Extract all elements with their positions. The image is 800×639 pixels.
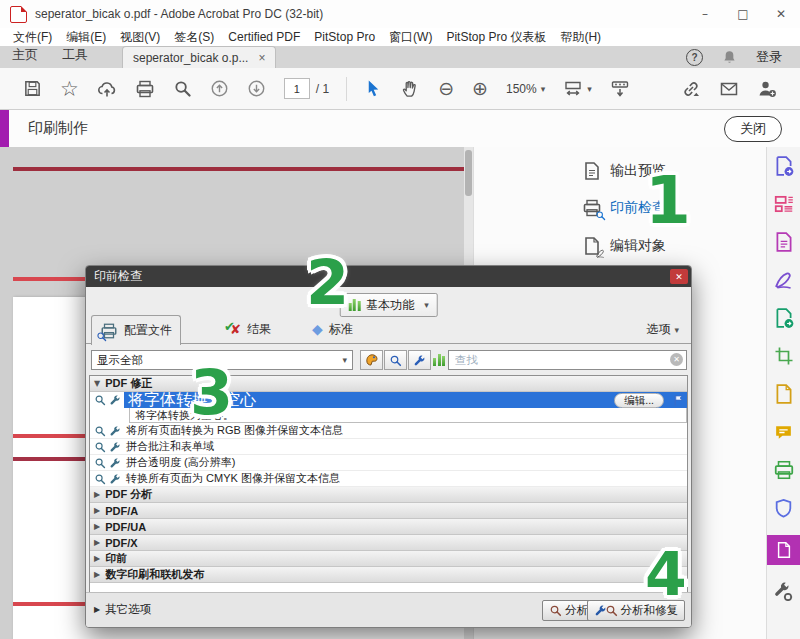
fit-width-icon[interactable]: ▾ <box>563 79 592 99</box>
minimize-icon[interactable]: – <box>686 1 724 27</box>
diamond-icon: ◆ <box>312 321 323 337</box>
menu-view[interactable]: 视图(V) <box>113 28 167 47</box>
list-item[interactable]: 转换所有页面为 CMYK 图像并保留文本信息 <box>90 471 687 487</box>
magnifier-icon <box>94 394 106 406</box>
cloud-upload-icon[interactable] <box>97 79 117 99</box>
edit-pdf-icon[interactable] <box>773 231 795 253</box>
email-icon[interactable] <box>719 79 739 99</box>
wrench-icon <box>109 457 121 469</box>
comment-icon[interactable] <box>773 421 795 443</box>
close-tool-button[interactable]: 关闭 <box>724 116 782 142</box>
toolbar-menu-icon[interactable] <box>610 79 630 99</box>
zoom-in-icon[interactable]: ⊕ <box>472 79 488 98</box>
magnifier-icon <box>94 441 106 453</box>
print-production-active-icon[interactable] <box>767 535 800 565</box>
menu-sign[interactable]: 签名(S) <box>167 28 221 47</box>
edit-button[interactable]: 编辑... <box>614 393 664 408</box>
menu-pitstop-dashboard[interactable]: PitStop Pro 仪表板 <box>439 28 553 47</box>
next-page-icon[interactable] <box>247 79 266 98</box>
library-dropdown[interactable]: 基本功能 ▾ <box>339 293 438 317</box>
wrench-icon <box>109 441 121 453</box>
list-group-pdfua[interactable]: ▶ PDF/UA <box>90 519 687 535</box>
tab-standards[interactable]: ◆ 标准 <box>304 315 361 343</box>
tools-rail <box>766 147 800 639</box>
menu-certified-pdf[interactable]: Certified PDF <box>221 29 307 45</box>
export-pdf-icon[interactable] <box>773 155 795 177</box>
add-account-icon[interactable] <box>757 79 777 99</box>
page-rule-line <box>13 167 464 171</box>
further-options-toggle[interactable]: ▶ 其它选项 <box>94 602 151 617</box>
star-icon[interactable]: ☆ <box>60 78 79 99</box>
close-tab-icon[interactable]: × <box>258 51 265 65</box>
scrollbar-thumb[interactable] <box>465 150 472 196</box>
profiles-list: ▼ PDF 修正 将字体转换为空心 编辑... 将字体转换为空心。 将所有页面转… <box>89 375 688 593</box>
page-count-label: / 1 <box>316 82 329 96</box>
check-cross-icon: ✔ ✘ <box>224 322 241 337</box>
list-item[interactable]: 拼合批注和表单域 <box>90 439 687 455</box>
hand-tool-icon[interactable] <box>401 79 420 98</box>
zoom-out-icon[interactable]: ⊖ <box>438 79 454 98</box>
tab-tools[interactable]: 工具 <box>50 43 100 68</box>
tool-accent-strip <box>0 110 9 147</box>
tab-home[interactable]: 主页 <box>0 43 50 68</box>
pdf-page-icon[interactable] <box>773 383 795 405</box>
tab-results[interactable]: ✔ ✘ 结果 <box>216 315 279 343</box>
list-item-selected[interactable]: 将字体转换为空心 编辑... <box>90 392 687 408</box>
find-icon[interactable] <box>173 79 192 98</box>
list-group-pdfx[interactable]: ▶ PDF/X <box>90 535 687 551</box>
help-icon[interactable]: ? <box>686 49 703 66</box>
close-icon[interactable]: ✕ <box>762 1 800 27</box>
profile-blob-icon <box>364 352 380 368</box>
list-group-prepress[interactable]: ▶ 印前 <box>90 551 687 567</box>
fill-and-sign-icon[interactable] <box>773 269 795 291</box>
organize-pages-icon[interactable] <box>773 193 795 215</box>
protect-icon[interactable] <box>773 497 795 519</box>
list-group-digital-printing[interactable]: ▶ 数字印刷和联机发布 <box>90 567 687 583</box>
window-title: seperator_bicak o.pdf - Adobe Acrobat Pr… <box>35 7 323 21</box>
panel-item-edit-object[interactable]: 编辑对象 <box>582 236 666 256</box>
send-file-icon[interactable] <box>773 307 795 329</box>
print-production-header: 印刷制作 关闭 <box>0 110 800 148</box>
list-group-pdfa[interactable]: ▶ PDF/A <box>90 503 687 519</box>
tab-profiles[interactable]: 配置文件 <box>91 315 181 345</box>
profile-category-button[interactable] <box>360 350 383 370</box>
preflight-dialog: 印前检查 ✕ 基本功能 ▾ 配置文件 ✔ ✘ 结果 ◆ 标准 <box>85 265 692 628</box>
menu-window[interactable]: 窗口(W) <box>382 28 439 47</box>
add-tools-icon[interactable] <box>773 581 795 603</box>
list-item[interactable]: 拼合透明度 (高分辨率) <box>90 455 687 471</box>
maximize-icon[interactable]: □ <box>724 1 762 27</box>
select-tool-icon[interactable] <box>364 79 383 98</box>
clear-search-icon[interactable]: ✕ <box>670 353 683 366</box>
menu-help[interactable]: 帮助(H) <box>553 28 608 47</box>
page-number-input[interactable]: 1 <box>284 78 310 99</box>
fixups-view-button[interactable] <box>408 350 431 370</box>
dialog-title: 印前检查 <box>94 268 142 285</box>
list-group-pdf-analysis[interactable]: ▶ PDF 分析 <box>90 487 687 503</box>
edit-object-icon <box>582 236 602 256</box>
dialog-close-icon[interactable]: ✕ <box>670 269 688 284</box>
print-icon[interactable] <box>135 79 155 99</box>
magnifier-icon <box>94 457 106 469</box>
zoom-level-dropdown[interactable]: 150%▾ <box>506 82 545 96</box>
printer-magnifier-icon <box>100 322 118 340</box>
print-production-icon[interactable] <box>773 459 795 481</box>
page-title: 印刷制作 <box>28 119 88 138</box>
menu-bar: 文件(F) 编辑(E) 视图(V) 签名(S) Certified PDF Pi… <box>0 28 800 46</box>
wrench-icon <box>413 354 426 367</box>
previous-page-icon[interactable] <box>210 79 229 98</box>
crop-pages-icon[interactable] <box>773 345 795 367</box>
sign-in-button[interactable]: 登录 <box>756 48 782 66</box>
magnifier-icon <box>389 354 402 367</box>
bell-icon[interactable] <box>721 49 738 66</box>
search-input[interactable] <box>448 350 687 370</box>
menu-pitstop-pro[interactable]: PitStop Pro <box>307 29 382 45</box>
magnifier-icon <box>94 473 106 485</box>
dialog-titlebar[interactable]: 印前检查 <box>86 266 691 287</box>
list-item[interactable]: 将所有页面转换为 RGB 图像并保留文本信息 <box>90 423 687 439</box>
acrobat-app-icon <box>10 6 27 23</box>
options-menu[interactable]: 选项▾ <box>646 321 679 338</box>
save-icon[interactable] <box>23 79 42 98</box>
share-link-icon[interactable] <box>681 79 701 99</box>
tab-document[interactable]: seperator_bicak o.p... × <box>122 46 276 68</box>
analysis-view-button[interactable] <box>384 350 407 370</box>
